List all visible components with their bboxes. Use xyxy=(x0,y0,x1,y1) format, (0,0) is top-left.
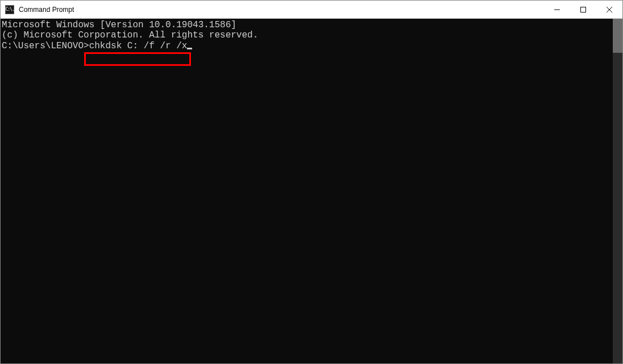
minimize-button[interactable] xyxy=(544,1,570,18)
terminal-line-copyright: (c) Microsoft Corporation. All rights re… xyxy=(2,30,621,40)
scrollbar-track[interactable] xyxy=(613,19,622,363)
terminal-prompt: C:\Users\LENOVO> xyxy=(2,41,89,51)
close-icon xyxy=(607,7,612,12)
minimize-icon xyxy=(554,7,560,12)
window-controls xyxy=(544,1,622,18)
terminal-content: Microsoft Windows [Version 10.0.19043.15… xyxy=(1,19,622,52)
titlebar[interactable]: C:\. Command Prompt xyxy=(1,1,622,19)
maximize-icon xyxy=(580,7,586,12)
command-prompt-window: C:\. Command Prompt Microsoft Windows [V… xyxy=(0,0,623,364)
cmd-icon: C:\. xyxy=(5,5,14,14)
terminal-body[interactable]: Microsoft Windows [Version 10.0.19043.15… xyxy=(1,19,622,363)
terminal-command-input[interactable]: chkdsk C: /f /r /x xyxy=(89,41,188,51)
terminal-cursor xyxy=(187,48,192,49)
scrollbar-thumb[interactable] xyxy=(613,19,622,53)
terminal-line-version: Microsoft Windows [Version 10.0.19043.15… xyxy=(2,20,621,30)
maximize-button[interactable] xyxy=(570,1,596,18)
window-title: Command Prompt xyxy=(19,6,74,14)
close-button[interactable] xyxy=(596,1,622,18)
highlight-annotation xyxy=(84,52,191,66)
terminal-prompt-line: C:\Users\LENOVO>chkdsk C: /f /r /x xyxy=(2,41,192,51)
cmd-icon-text: C:\. xyxy=(5,7,14,12)
svg-rect-1 xyxy=(581,7,586,12)
